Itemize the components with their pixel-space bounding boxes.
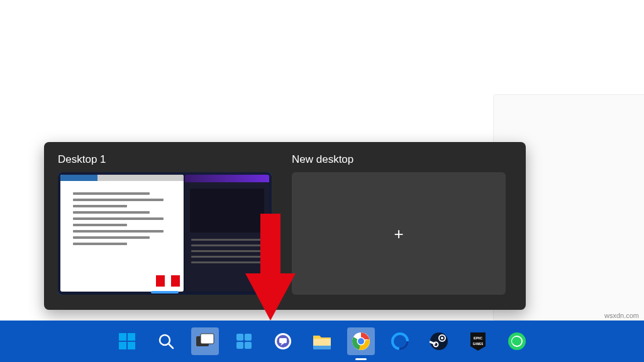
- watermark-text: wsxdn.com: [604, 312, 639, 319]
- svg-rect-1: [128, 333, 135, 341]
- desktop-1-label: Desktop 1: [58, 153, 272, 166]
- svg-rect-10: [236, 342, 243, 349]
- desktop-1-preview: [58, 172, 272, 295]
- task-view-icon: [196, 333, 214, 349]
- task-view-button[interactable]: [191, 327, 219, 355]
- new-desktop-column: New desktop +: [292, 153, 506, 299]
- desktop-1-thumbnail[interactable]: [58, 172, 272, 295]
- preview-window-app: [185, 175, 269, 292]
- svg-point-21: [430, 332, 448, 350]
- steam-icon: [430, 332, 448, 351]
- svg-rect-2: [119, 342, 126, 349]
- widgets-icon: [235, 332, 253, 350]
- svg-text:EPIC: EPIC: [474, 336, 483, 340]
- svg-rect-14: [279, 338, 287, 343]
- whatsapp-icon: [508, 332, 526, 351]
- svg-point-27: [508, 332, 526, 350]
- cortana-icon: [391, 332, 409, 351]
- svg-text:GAMES: GAMES: [473, 343, 484, 346]
- svg-point-18: [358, 338, 364, 344]
- new-desktop-button[interactable]: +: [292, 172, 506, 295]
- search-icon: [157, 332, 175, 350]
- folder-icon: [312, 333, 332, 349]
- svg-rect-8: [236, 334, 243, 341]
- windows-logo-icon: [118, 332, 136, 351]
- epic-games-icon: EPIC GAMES: [469, 331, 487, 351]
- chrome-button[interactable]: [347, 327, 375, 355]
- preview-window-document: [60, 175, 184, 292]
- svg-rect-9: [245, 334, 252, 341]
- new-desktop-label: New desktop: [292, 153, 506, 166]
- taskbar: EPIC GAMES: [0, 321, 644, 362]
- chrome-icon: [352, 332, 370, 351]
- svg-rect-3: [128, 342, 135, 349]
- cortana-button[interactable]: [386, 327, 414, 355]
- thumbnail-active-indicator: [151, 291, 179, 293]
- plus-icon: +: [394, 226, 403, 242]
- epic-games-button[interactable]: EPIC GAMES: [464, 327, 492, 355]
- desktop-1-column: Desktop 1: [58, 153, 272, 299]
- svg-rect-11: [245, 342, 252, 349]
- file-explorer-button[interactable]: [308, 327, 336, 355]
- whatsapp-button[interactable]: [503, 327, 531, 355]
- chat-icon: [274, 332, 292, 351]
- svg-rect-7: [201, 334, 214, 344]
- steam-button[interactable]: [425, 327, 453, 355]
- svg-rect-0: [119, 333, 126, 341]
- task-view-popup: Desktop 1: [44, 142, 526, 310]
- chat-button[interactable]: [269, 327, 297, 355]
- start-button[interactable]: [113, 327, 141, 355]
- svg-point-23: [441, 337, 443, 339]
- search-button[interactable]: [152, 327, 180, 355]
- widgets-button[interactable]: [230, 327, 258, 355]
- svg-line-5: [169, 344, 173, 348]
